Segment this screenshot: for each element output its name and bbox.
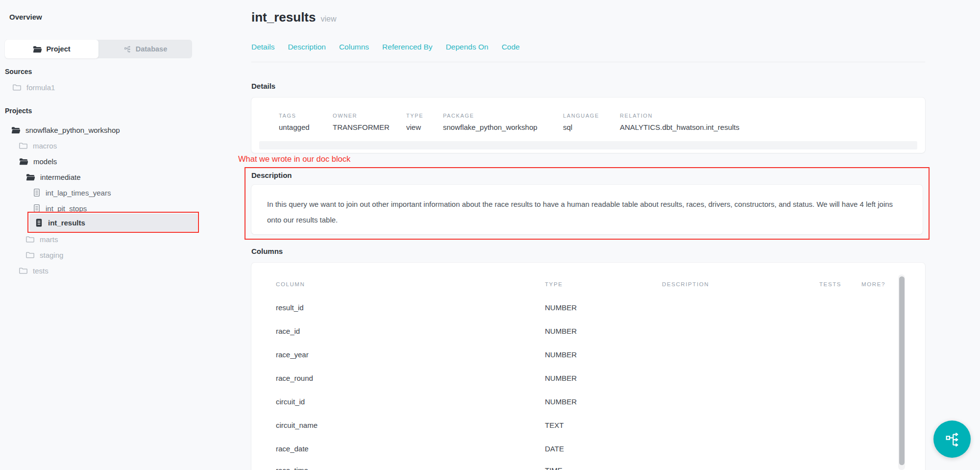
- tree-item-tests[interactable]: tests: [19, 264, 49, 277]
- folder-icon: [26, 236, 34, 243]
- tab-description[interactable]: Description: [288, 43, 326, 51]
- sidebar: Overview Project Database Sources formul…: [0, 0, 206, 470]
- tree-item-int-lap-times-years[interactable]: int_lap_times_years: [33, 186, 111, 199]
- tree-item-label: tests: [33, 267, 49, 275]
- field-value: sql: [563, 123, 599, 131]
- column-header-more: MORE?: [861, 281, 885, 287]
- field-type: TYPE view: [406, 113, 423, 131]
- column-name: race_date: [276, 445, 309, 453]
- tree-item-staging[interactable]: staging: [26, 248, 63, 261]
- field-owner: OWNER TRANSFORMER: [333, 113, 390, 131]
- tree-item-label: formula1: [26, 83, 55, 92]
- tree-item-label: models: [33, 157, 57, 166]
- toggle-project-label: Project: [46, 45, 70, 53]
- toggle-project-button[interactable]: Project: [5, 40, 98, 58]
- column-header-type: TYPE: [545, 281, 563, 287]
- field-label: TAGS: [279, 113, 310, 119]
- project-database-toggle: Project Database: [5, 40, 192, 58]
- field-value: TRANSFORMER: [333, 123, 390, 131]
- field-label: TYPE: [406, 113, 423, 119]
- column-type: TIME: [545, 466, 563, 470]
- columns-card: COLUMN TYPE DESCRIPTION TESTS MORE? resu…: [251, 263, 925, 470]
- annotation-text: What we wrote in our doc block: [238, 154, 350, 164]
- scrollbar-thumb[interactable]: [899, 276, 905, 465]
- column-name: circuit_name: [276, 421, 318, 429]
- tab-depends-on[interactable]: Depends On: [446, 43, 489, 51]
- tree-item-intermediate[interactable]: intermediate: [26, 171, 81, 183]
- column-type: DATE: [545, 445, 564, 453]
- file-icon: [33, 188, 40, 197]
- column-header-tests: TESTS: [819, 281, 841, 287]
- columns-heading: Columns: [251, 247, 283, 255]
- lineage-graph-button[interactable]: [933, 421, 971, 458]
- description-heading: Description: [251, 171, 292, 179]
- tab-referenced-by[interactable]: Referenced By: [382, 43, 433, 51]
- tab-divider: [251, 62, 925, 62]
- column-name: race_year: [276, 350, 309, 359]
- dbt-docs-page: Overview Project Database Sources formul…: [0, 0, 980, 470]
- folder-icon: [26, 251, 34, 258]
- tree-item-label: intermediate: [40, 173, 81, 181]
- page-title: int_resultsview: [251, 10, 337, 25]
- folder-open-icon: [19, 158, 28, 165]
- folder-open-icon: [11, 126, 20, 134]
- field-label: OWNER: [333, 113, 390, 119]
- file-solid-icon: [35, 218, 43, 227]
- model-name: int_results: [251, 10, 316, 25]
- column-type: NUMBER: [545, 327, 577, 335]
- tree-item-int-results[interactable]: int_results: [35, 216, 85, 229]
- details-card: TAGS untagged OWNER TRANSFORMER TYPE vie…: [251, 98, 925, 153]
- field-value: ANALYTICS.dbt_hwatson.int_results: [620, 123, 739, 131]
- tree-item-label: staging: [40, 251, 63, 259]
- description-body: In this query we want to join out other …: [267, 197, 906, 228]
- sources-heading: Sources: [5, 68, 32, 75]
- tab-code[interactable]: Code: [502, 43, 520, 51]
- column-name: race_round: [276, 374, 313, 382]
- tree-item-snowflake-python-workshop[interactable]: snowflake_python_workshop: [11, 124, 120, 136]
- field-label: LANGUAGE: [563, 113, 599, 119]
- field-value: view: [406, 123, 423, 131]
- tree-item-models[interactable]: models: [19, 155, 57, 168]
- field-value: snowflake_python_workshop: [443, 123, 538, 131]
- tree-item-label: int_pit_stops: [46, 204, 87, 213]
- field-relation: RELATION ANALYTICS.dbt_hwatson.int_resul…: [620, 113, 739, 131]
- column-name: race_time: [276, 466, 308, 470]
- tree-item-label: snowflake_python_workshop: [25, 126, 120, 134]
- lineage-tree-icon: [123, 45, 131, 53]
- tree-item-macros[interactable]: macros: [19, 139, 57, 152]
- table-scrollbar: [898, 274, 905, 470]
- projects-heading: Projects: [5, 107, 32, 115]
- collapsed-accordion-strip[interactable]: [259, 141, 917, 149]
- folder-icon: [19, 267, 27, 274]
- column-header-description: DESCRIPTION: [662, 281, 709, 287]
- column-type: NUMBER: [545, 374, 577, 382]
- tab-columns[interactable]: Columns: [339, 43, 369, 51]
- lineage-graph-icon: [944, 431, 960, 447]
- column-type: NUMBER: [545, 303, 577, 312]
- tab-bar: Details Description Columns Referenced B…: [251, 43, 520, 51]
- field-value: untagged: [279, 123, 310, 131]
- tree-item-label: macros: [33, 142, 57, 150]
- field-label: RELATION: [620, 113, 739, 119]
- details-heading: Details: [251, 82, 275, 90]
- field-package: PACKAGE snowflake_python_workshop: [443, 113, 538, 131]
- folder-icon: [19, 142, 27, 149]
- tree-item-label: int_results: [48, 219, 85, 227]
- tab-details[interactable]: Details: [251, 43, 274, 51]
- folder-icon: [13, 84, 21, 91]
- column-name: race_id: [276, 327, 300, 335]
- folder-open-icon: [33, 46, 42, 53]
- toggle-database-button[interactable]: Database: [98, 40, 192, 58]
- tree-item-label: marts: [40, 235, 58, 244]
- column-header-column: COLUMN: [276, 281, 305, 287]
- column-type: NUMBER: [545, 350, 577, 359]
- tree-item-label: int_lap_times_years: [46, 189, 111, 197]
- tree-item-formula1[interactable]: formula1: [13, 81, 55, 94]
- column-type: NUMBER: [545, 397, 577, 406]
- toggle-database-label: Database: [136, 45, 167, 53]
- overview-heading: Overview: [9, 13, 42, 21]
- column-type: TEXT: [545, 421, 564, 429]
- column-name: circuit_id: [276, 397, 305, 406]
- column-name: result_id: [276, 303, 304, 312]
- tree-item-marts[interactable]: marts: [26, 233, 58, 246]
